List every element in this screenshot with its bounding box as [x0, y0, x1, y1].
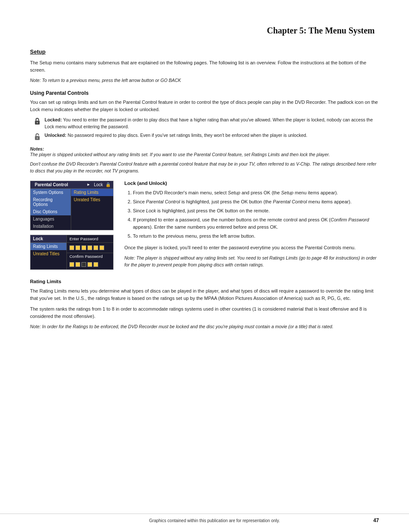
notes-label: Notes: — [30, 146, 44, 151]
menu-screenshot-2: Lock Rating Limits Unrated Titles Enter … — [30, 235, 114, 270]
setup-note: Note: To return to a previous menu, pres… — [30, 77, 379, 84]
locked-label: Locked: — [45, 117, 62, 122]
unlocked-icon — [33, 133, 41, 141]
menu-item-unrated-titles[interactable]: Unrated Titles — [71, 196, 113, 203]
unlocked-row: Unlocked: No password required to play d… — [33, 132, 379, 141]
after-lock-note: Note: The player is shipped without any … — [124, 255, 379, 269]
locked-row: Locked: You need to enter the password i… — [33, 117, 379, 130]
notes-block: Notes: The player is shipped unlocked wi… — [30, 146, 379, 174]
menu2-body: Lock Rating Limits Unrated Titles Enter … — [30, 235, 113, 269]
confirm-password-boxes-row — [67, 260, 113, 269]
pwd-box-3 — [81, 245, 86, 250]
footer-center-text: Graphics contained within this publicati… — [56, 518, 373, 523]
setup-section: Setup The Setup menu contains many subme… — [30, 48, 379, 330]
lock-submenu-title: Lock — [90, 182, 103, 187]
confirm-pwd-box-2 — [75, 262, 80, 267]
step-3: Since Lock is highlighted, just press th… — [133, 207, 379, 215]
menu2-left-title: Lock — [30, 235, 66, 243]
menu-item-recording[interactable]: Recording Options — [30, 196, 71, 208]
rating-limits-text2: The system ranks the ratings from 1 to 8… — [30, 305, 379, 320]
pwd-box-4 — [87, 245, 92, 250]
page-container: Chapter 5: The Menu System Setup The Set… — [0, 0, 409, 532]
pwd-box-6 — [99, 245, 104, 250]
lock-status-icon: 🔒 — [105, 182, 111, 187]
menu-parental-label: Parental Control — [33, 182, 87, 187]
menu-item-rating-limits[interactable]: Rating Limits — [71, 189, 113, 196]
enter-password-label: Enter Password — [67, 235, 113, 243]
menu2-item-rating[interactable]: Rating Limits — [30, 243, 66, 250]
svg-rect-3 — [37, 137, 38, 139]
confirm-pwd-box-1 — [69, 262, 74, 267]
menu2-item-unrated[interactable]: Unrated Titles — [30, 250, 66, 257]
two-col-section: Parental Control ► Lock 🔒 System Options… — [30, 181, 379, 271]
svg-rect-1 — [37, 122, 38, 124]
menu-titlebar-1: Parental Control ► Lock 🔒 — [30, 181, 113, 189]
menu-item-system[interactable]: System Options — [30, 189, 71, 196]
left-menu-column: Parental Control ► Lock 🔒 System Options… — [30, 181, 116, 271]
menu-item-languages[interactable]: Languages — [30, 215, 71, 223]
note2: Don't confuse the DVD Recorder's Parenta… — [30, 161, 379, 175]
parental-controls-heading: Using Parental Controls — [30, 90, 379, 96]
step-1: From the DVD Recorder's main menu, selec… — [133, 189, 379, 196]
confirm-pwd-box-5 — [93, 262, 98, 267]
password-boxes-row — [67, 243, 113, 253]
parental-intro: You can set up ratings limits and turn o… — [30, 99, 379, 113]
menu-item-installation[interactable]: Installation — [30, 223, 71, 230]
step-2: Since Parental Control is highlighted, j… — [133, 198, 379, 206]
rating-limits-note: Note: In order for the Ratings to be enf… — [30, 323, 379, 330]
note1: The player is shipped unlocked without a… — [30, 151, 379, 158]
confirm-password-boxes — [69, 262, 111, 267]
setup-intro: The Setup menu contains many submenus th… — [30, 59, 379, 74]
menu-right-panel: Rating Limits Unrated Titles — [71, 189, 113, 230]
menu-item-disc[interactable]: Disc Options — [30, 208, 71, 215]
password-boxes — [69, 245, 111, 250]
after-lock-text: Once the player is locked, you'll need t… — [124, 244, 379, 251]
menu2-right-panel: Enter Password — [67, 235, 113, 269]
right-steps-column: Lock (and Unlock) From the DVD Recorder'… — [124, 181, 379, 271]
locked-description: You need to enter the password in order … — [45, 117, 373, 129]
chapter-heading: Chapter 5: The Menu System — [30, 26, 379, 36]
locked-icon — [33, 117, 41, 126]
rating-limits-text1: The Rating Limits menu lets you determin… — [30, 287, 379, 302]
unlocked-description: No password required to play discs. Even… — [66, 133, 307, 138]
steps-list: From the DVD Recorder's main menu, selec… — [124, 189, 379, 240]
setup-heading: Setup — [30, 48, 379, 55]
pwd-box-2 — [75, 245, 80, 250]
page-footer: Graphics contained within this publicati… — [0, 514, 409, 523]
confirm-pwd-box-3 — [81, 262, 86, 267]
pwd-box-1 — [69, 245, 74, 250]
step-5: To return to the previous menu, press th… — [133, 233, 379, 240]
footer-page-number: 47 — [373, 517, 379, 523]
unlocked-label: Unlocked: — [45, 133, 66, 138]
menu2-left-panel: Lock Rating Limits Unrated Titles — [30, 235, 67, 269]
pwd-box-5 — [93, 245, 98, 250]
unlocked-text: Unlocked: No password required to play d… — [45, 132, 307, 139]
step-4: If prompted to enter a password, use the… — [133, 216, 379, 231]
arrow-icon: ► — [87, 182, 90, 187]
lock-unlock-heading: Lock (and Unlock) — [124, 181, 379, 186]
menu-body-1: System Options Recording Options Disc Op… — [30, 189, 113, 230]
menu-screenshot-1: Parental Control ► Lock 🔒 System Options… — [30, 181, 114, 230]
menu-left-panel: System Options Recording Options Disc Op… — [30, 189, 71, 230]
confirm-password-label: Confirm Password — [67, 253, 113, 260]
rating-limits-heading: Rating Limits — [30, 279, 379, 284]
locked-text: Locked: You need to enter the password i… — [45, 117, 379, 130]
confirm-pwd-box-4 — [87, 262, 92, 267]
